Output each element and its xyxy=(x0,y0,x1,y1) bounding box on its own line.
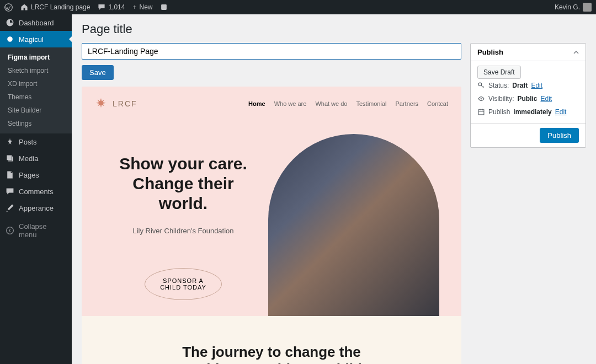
sidebar-subitem-sketch[interactable]: Sketch import xyxy=(0,64,72,77)
nav-what[interactable]: What we do xyxy=(315,100,347,107)
sidebar-label: Comments xyxy=(19,188,54,196)
nav-home[interactable]: Home xyxy=(248,100,265,107)
sidebar-item-pages[interactable]: Pages xyxy=(0,167,72,183)
page-preview: LRCF Home Who we are What we do Testimon… xyxy=(82,87,461,364)
brand-text: LRCF xyxy=(113,99,137,108)
comment-count: 1,014 xyxy=(108,3,125,11)
preview-nav-links: Home Who we are What we do Testimonial P… xyxy=(248,100,448,107)
preview-logo[interactable]: LRCF xyxy=(95,98,137,110)
sidebar-label: Pages xyxy=(19,171,39,179)
sponsor-cta-button[interactable]: SPONSOR A CHILD TODAY xyxy=(145,268,222,300)
sidebar-item-comments[interactable]: Comments xyxy=(0,183,72,200)
edit-visibility-link[interactable]: Edit xyxy=(540,95,552,103)
collapse-icon xyxy=(6,226,14,235)
nav-who[interactable]: Who we are xyxy=(274,100,307,107)
publish-button[interactable]: Publish xyxy=(540,128,579,143)
sidebar-item-collapse[interactable]: Collapse menu xyxy=(0,218,72,243)
svg-point-3 xyxy=(7,227,14,234)
hero-headline: Show your care. Change their world. xyxy=(115,154,252,213)
calendar-icon xyxy=(477,108,485,116)
key-icon xyxy=(477,82,485,89)
brush-icon xyxy=(6,204,14,212)
sidebar-subitem-themes[interactable]: Themes xyxy=(0,90,72,104)
edit-schedule-link[interactable]: Edit xyxy=(555,108,567,116)
page-title-input[interactable] xyxy=(82,43,461,60)
magicul-icon xyxy=(6,35,14,44)
plus-icon: + xyxy=(132,3,136,11)
admin-sidebar: Dashboard Magicul Figma import Sketch im… xyxy=(0,14,72,364)
avatar xyxy=(583,3,592,12)
svg-rect-6 xyxy=(478,110,484,115)
status-row: Status: Draft Edit xyxy=(477,79,579,92)
sidebar-submenu: Figma import Sketch import XD import The… xyxy=(0,47,72,133)
sidebar-item-appearance[interactable]: Apperance xyxy=(0,200,72,216)
sidebar-label: Posts xyxy=(19,138,37,146)
sidebar-item-posts[interactable]: Posts xyxy=(0,133,72,150)
sidebar-label: Collapse menu xyxy=(19,222,66,239)
save-draft-button[interactable]: Save Draft xyxy=(477,66,521,79)
hero-image xyxy=(268,134,439,316)
sidebar-subitem-xd[interactable]: XD import xyxy=(0,77,72,90)
new-label: New xyxy=(139,3,152,11)
user-name: Kevin G. xyxy=(555,3,580,11)
admin-bar: LRCF Landing page 1,014 + New Kevin G. xyxy=(0,0,596,14)
sidebar-subitem-settings[interactable]: Settings xyxy=(0,117,72,130)
sidebar-subitem-figma[interactable]: Figma import xyxy=(0,51,72,64)
dashboard-icon xyxy=(6,18,14,27)
publish-box: Publish Save Draft Status: Draft Edit Vi… xyxy=(470,43,586,148)
sidebar-label: Magicul xyxy=(19,35,44,44)
pages-icon xyxy=(6,170,14,179)
svg-point-4 xyxy=(478,83,482,86)
star-icon xyxy=(95,98,107,110)
chevron-up-icon xyxy=(573,50,579,55)
save-button[interactable]: Save xyxy=(82,65,114,80)
eye-icon xyxy=(477,95,485,103)
comments-icon xyxy=(6,187,14,196)
hero-subtitle: Lily River Children's Foundation xyxy=(115,227,252,235)
schedule-row: Publish immediately Edit xyxy=(477,105,579,119)
page-title-heading: Page title xyxy=(82,22,586,36)
site-name-text: LRCF Landing page xyxy=(31,3,90,11)
preview-nav: LRCF Home Who we are What we do Testimon… xyxy=(82,87,461,121)
edit-status-link[interactable]: Edit xyxy=(531,82,542,89)
publish-header-label: Publish xyxy=(477,48,503,56)
pin-icon xyxy=(6,137,14,146)
nav-contact[interactable]: Contcat xyxy=(427,100,448,107)
sidebar-subitem-sitebuilder[interactable]: Site Builder xyxy=(0,104,72,117)
preview-section-2: The journey to change the world starts w… xyxy=(82,316,461,364)
sidebar-item-magicul[interactable]: Magicul xyxy=(0,31,72,47)
section-headline: The journey to change the world starts w… xyxy=(104,344,439,364)
wp-logo[interactable] xyxy=(4,3,13,12)
visibility-row: Visibility: Public Edit xyxy=(477,92,579,105)
svg-point-2 xyxy=(7,36,13,42)
svg-rect-1 xyxy=(162,4,167,10)
comments-link[interactable]: 1,014 xyxy=(98,3,125,11)
sidebar-label: Dashboard xyxy=(19,19,54,27)
svg-point-5 xyxy=(481,98,482,100)
site-name-link[interactable]: LRCF Landing page xyxy=(20,3,90,11)
publish-box-header[interactable]: Publish xyxy=(471,44,586,61)
preview-hero: Show your care. Change their world. Lily… xyxy=(82,121,461,316)
user-menu[interactable]: Kevin G. xyxy=(555,3,592,12)
media-icon xyxy=(6,154,14,163)
yoast-icon[interactable] xyxy=(160,3,168,11)
nav-testimonial[interactable]: Testimonial xyxy=(356,100,386,107)
main-content: Page title Save LRCF Home Who we are Wha… xyxy=(72,14,596,364)
sidebar-label: Apperance xyxy=(19,204,54,212)
sidebar-label: Media xyxy=(19,154,38,163)
nav-partners[interactable]: Partners xyxy=(396,100,419,107)
sidebar-item-dashboard[interactable]: Dashboard xyxy=(0,14,72,31)
sidebar-item-media[interactable]: Media xyxy=(0,150,72,167)
new-link[interactable]: + New xyxy=(132,3,152,11)
